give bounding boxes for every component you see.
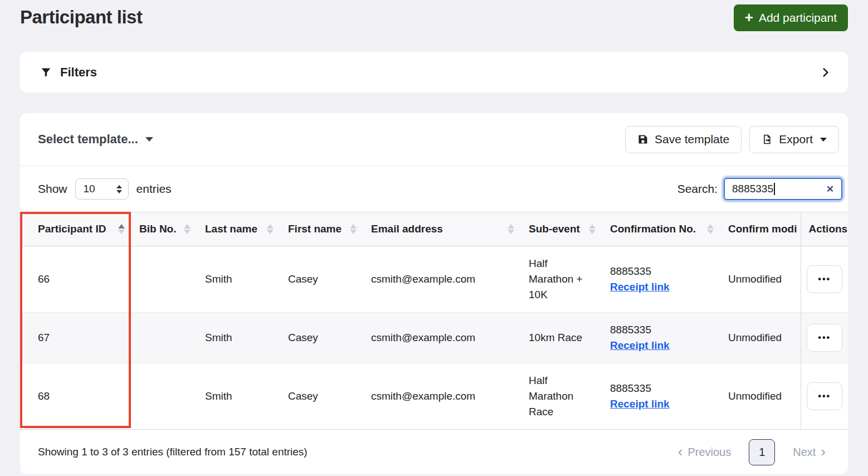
next-page-button[interactable]: Next › bbox=[793, 446, 826, 459]
participant-table-card: Select template... Save template Export bbox=[20, 113, 848, 474]
column-header-participant-id[interactable]: Participant ID bbox=[20, 212, 130, 246]
page-size-select[interactable]: 10 bbox=[75, 178, 129, 200]
page-number-button[interactable]: 1 bbox=[749, 439, 775, 465]
sort-icon bbox=[508, 224, 514, 234]
show-label: Show bbox=[38, 182, 67, 196]
cell-confirm-modified: Unmodified bbox=[719, 363, 801, 430]
receipt-link[interactable]: Receipt link bbox=[610, 281, 670, 293]
sort-icon bbox=[707, 224, 714, 234]
plus-icon: + bbox=[745, 10, 753, 25]
table-row: 68 Smith Casey csmith@example.com Half M… bbox=[20, 363, 848, 430]
cell-participant-id: 68 bbox=[20, 363, 130, 430]
previous-page-button[interactable]: ‹ Previous bbox=[678, 446, 731, 459]
column-header-bib-no[interactable]: Bib No. bbox=[130, 212, 196, 246]
confirmation-number: 8885335 bbox=[610, 322, 710, 338]
column-header-email[interactable]: Email address bbox=[362, 212, 520, 246]
ellipsis-icon: ••• bbox=[818, 274, 831, 284]
column-header-sub-event[interactable]: Sub-event bbox=[520, 212, 601, 246]
filters-panel[interactable]: Filters bbox=[20, 52, 848, 93]
receipt-link[interactable]: Receipt link bbox=[610, 398, 670, 410]
add-participant-button[interactable]: + Add participant bbox=[734, 4, 848, 31]
entries-label: entries bbox=[136, 182, 172, 196]
table-wrapper: Participant ID Bib No. Last name Fi bbox=[20, 212, 848, 430]
template-toolbar: Select template... Save template Export bbox=[20, 113, 848, 166]
cell-bib-no bbox=[130, 246, 196, 313]
cell-first-name: Casey bbox=[279, 313, 362, 363]
cell-participant-id: 67 bbox=[20, 313, 130, 363]
column-header-first-name[interactable]: First name bbox=[279, 212, 362, 246]
confirmation-number: 8885335 bbox=[610, 264, 710, 279]
column-header-last-name[interactable]: Last name bbox=[196, 212, 279, 246]
sort-icon bbox=[350, 224, 357, 234]
row-actions-button[interactable]: ••• bbox=[807, 324, 842, 352]
sort-icon bbox=[184, 224, 191, 234]
cell-participant-id: 66 bbox=[20, 246, 130, 313]
save-template-button[interactable]: Save template bbox=[625, 126, 742, 153]
previous-label: Previous bbox=[687, 446, 731, 459]
sort-icon bbox=[589, 224, 596, 234]
export-button[interactable]: Export bbox=[749, 126, 839, 153]
show-entries-control: Show 10 entries bbox=[38, 178, 172, 200]
cell-confirmation: 8885335 Receipt link bbox=[601, 363, 719, 430]
file-export-icon bbox=[762, 134, 773, 145]
column-header-confirmation-no[interactable]: Confirmation No. bbox=[601, 212, 719, 246]
table-row: 66 Smith Casey csmith@example.com Half M… bbox=[20, 246, 848, 313]
toolbar-buttons: Save template Export bbox=[625, 126, 839, 153]
chevron-down-icon bbox=[820, 138, 827, 142]
select-template-label: Select template... bbox=[38, 132, 138, 147]
chevron-left-icon: ‹ bbox=[678, 444, 683, 459]
search-control: Search: 8885335 ✕ bbox=[677, 178, 842, 200]
filters-toggle[interactable]: Filters bbox=[40, 65, 97, 80]
chevron-right-icon: › bbox=[821, 444, 826, 459]
cell-last-name: Smith bbox=[196, 313, 279, 363]
chevron-right-icon[interactable] bbox=[820, 67, 831, 78]
page-header: Participant list + Add participant bbox=[20, 0, 848, 52]
cell-confirmation: 8885335 Receipt link bbox=[601, 246, 719, 313]
cell-email: csmith@example.com bbox=[362, 363, 520, 430]
cell-first-name: Casey bbox=[279, 246, 362, 313]
save-icon bbox=[637, 134, 648, 145]
search-input[interactable]: 8885335 ✕ bbox=[724, 178, 842, 200]
ellipsis-icon: ••• bbox=[818, 333, 831, 343]
search-value: 8885335 bbox=[732, 183, 773, 195]
search-label: Search: bbox=[677, 182, 718, 196]
cell-sub-event: Half Marathon Race bbox=[520, 363, 601, 430]
sort-icon bbox=[267, 224, 274, 234]
cell-actions: ••• bbox=[801, 363, 848, 430]
cell-sub-event: 10km Race bbox=[520, 313, 601, 363]
confirmation-number: 8885335 bbox=[610, 381, 710, 396]
entries-summary: Showing 1 to 3 of 3 entries (filtered fr… bbox=[38, 446, 308, 458]
cell-bib-no bbox=[130, 313, 196, 363]
filter-funnel-icon bbox=[40, 66, 52, 78]
table-header-row: Participant ID Bib No. Last name Fi bbox=[20, 212, 848, 246]
clear-search-icon[interactable]: ✕ bbox=[826, 184, 834, 194]
next-label: Next bbox=[793, 446, 816, 459]
cell-bib-no bbox=[130, 363, 196, 430]
select-template-dropdown[interactable]: Select template... bbox=[38, 132, 153, 147]
column-header-confirm-modified[interactable]: Confirm modi bbox=[719, 212, 801, 246]
row-actions-button[interactable]: ••• bbox=[807, 382, 842, 410]
sort-icon bbox=[118, 224, 125, 234]
export-label: Export bbox=[779, 133, 813, 146]
cell-email: csmith@example.com bbox=[362, 313, 520, 363]
page-title: Participant list bbox=[20, 7, 142, 28]
add-participant-label: Add participant bbox=[759, 11, 837, 25]
receipt-link[interactable]: Receipt link bbox=[610, 339, 670, 351]
page-size-value: 10 bbox=[84, 183, 95, 195]
chevron-down-icon bbox=[145, 137, 153, 142]
table-row: 67 Smith Casey csmith@example.com 10km R… bbox=[20, 313, 848, 363]
cell-actions: ••• bbox=[801, 246, 848, 313]
participant-list-page: Participant list + Add participant Filte… bbox=[0, 0, 868, 474]
cell-confirmation: 8885335 Receipt link bbox=[601, 313, 719, 363]
ellipsis-icon: ••• bbox=[818, 391, 831, 401]
cell-last-name: Smith bbox=[196, 363, 279, 430]
select-arrows-icon bbox=[116, 185, 122, 193]
save-template-label: Save template bbox=[655, 133, 729, 146]
cell-last-name: Smith bbox=[196, 246, 279, 313]
row-actions-button[interactable]: ••• bbox=[807, 265, 842, 293]
text-cursor bbox=[774, 183, 775, 195]
table-footer: Showing 1 to 3 of 3 entries (filtered fr… bbox=[20, 430, 848, 474]
cell-confirm-modified: Unmodified bbox=[719, 313, 801, 363]
cell-email: csmith@example.com bbox=[362, 246, 520, 313]
cell-first-name: Casey bbox=[279, 363, 362, 430]
